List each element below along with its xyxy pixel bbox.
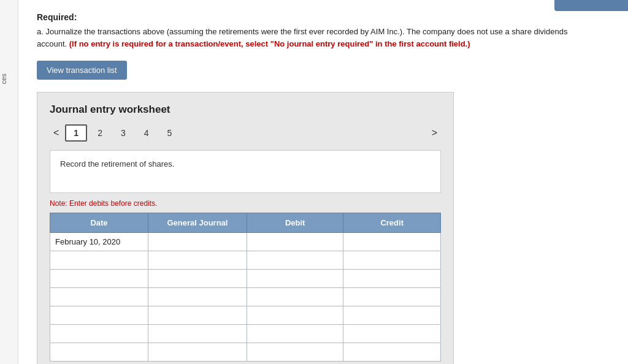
- credit-cell-1[interactable]: [343, 251, 441, 270]
- table-row: [50, 306, 441, 325]
- instruction-text: Record the retirement of shares.: [60, 159, 174, 169]
- journal-cell-6[interactable]: [148, 343, 247, 362]
- note-text: Note: Enter debits before credits.: [50, 199, 441, 208]
- col-header-journal: General Journal: [148, 213, 247, 233]
- required-title: Required:: [37, 12, 597, 22]
- journal-cell-5[interactable]: [148, 325, 247, 343]
- debit-input-0[interactable]: [247, 233, 343, 251]
- credit-input-4[interactable]: [343, 306, 440, 324]
- journal-cell-2[interactable]: [148, 270, 247, 288]
- credit-input-6[interactable]: [343, 343, 440, 361]
- debit-input-5[interactable]: [247, 325, 343, 343]
- date-cell-4: [50, 306, 148, 325]
- journal-input-1[interactable]: [148, 251, 247, 269]
- view-transaction-button[interactable]: View transaction list: [37, 61, 127, 80]
- journal-input-6[interactable]: [148, 343, 247, 361]
- table-row: [50, 270, 441, 288]
- journal-input-0[interactable]: [148, 233, 247, 251]
- debit-input-3[interactable]: [247, 288, 343, 306]
- worksheet-title: Journal entry worksheet: [50, 104, 441, 116]
- credit-cell-3[interactable]: [343, 288, 441, 306]
- tab-prev-button[interactable]: <: [50, 127, 63, 138]
- debit-cell-6[interactable]: [247, 343, 343, 362]
- debit-cell-2[interactable]: [247, 270, 343, 288]
- tab-3[interactable]: 3: [113, 125, 134, 141]
- debit-input-6[interactable]: [247, 343, 343, 361]
- debit-cell-4[interactable]: [247, 306, 343, 325]
- view-transaction-btn-wrapper: View transaction list: [37, 61, 610, 80]
- credit-input-1[interactable]: [343, 251, 440, 269]
- table-row: [50, 343, 441, 362]
- debit-cell-0[interactable]: [247, 233, 343, 251]
- journal-cell-4[interactable]: [148, 306, 247, 325]
- journal-input-5[interactable]: [148, 325, 247, 343]
- journal-input-4[interactable]: [148, 306, 247, 324]
- sidebar-label: ces: [0, 74, 18, 84]
- tab-5[interactable]: 5: [159, 125, 180, 141]
- tab-next-button[interactable]: >: [428, 127, 441, 138]
- journal-input-2[interactable]: [148, 270, 247, 287]
- tab-1[interactable]: 1: [65, 124, 87, 142]
- col-header-credit: Credit: [343, 213, 441, 233]
- col-header-debit: Debit: [247, 213, 343, 233]
- debit-input-2[interactable]: [247, 270, 343, 287]
- table-row: [50, 251, 441, 270]
- journal-cell-0[interactable]: [148, 233, 247, 251]
- debit-input-1[interactable]: [247, 251, 343, 269]
- journal-input-3[interactable]: [148, 288, 247, 306]
- date-cell-0: February 10, 2020: [50, 233, 148, 251]
- journal-table: Date General Journal Debit Credit Februa…: [50, 213, 441, 362]
- sidebar-strip: ces: [0, 0, 18, 364]
- tab-4[interactable]: 4: [136, 125, 157, 141]
- date-cell-5: [50, 325, 148, 343]
- debit-cell-3[interactable]: [247, 288, 343, 306]
- top-accent-bar: [554, 0, 628, 11]
- credit-cell-6[interactable]: [343, 343, 441, 362]
- credit-cell-4[interactable]: [343, 306, 441, 325]
- journal-cell-1[interactable]: [148, 251, 247, 270]
- date-cell-1: [50, 251, 148, 270]
- table-row: [50, 288, 441, 306]
- journal-cell-3[interactable]: [148, 288, 247, 306]
- debit-input-4[interactable]: [247, 306, 343, 324]
- debit-cell-5[interactable]: [247, 325, 343, 343]
- table-row: February 10, 2020: [50, 233, 441, 251]
- credit-input-0[interactable]: [343, 233, 440, 251]
- credit-input-3[interactable]: [343, 288, 440, 306]
- col-header-date: Date: [50, 213, 148, 233]
- credit-cell-2[interactable]: [343, 270, 441, 288]
- credit-input-2[interactable]: [343, 270, 440, 287]
- credit-input-5[interactable]: [343, 325, 440, 343]
- required-body-highlight: (If no entry is required for a transacti…: [69, 39, 470, 48]
- instruction-box: Record the retirement of shares.: [50, 150, 441, 193]
- date-cell-6: [50, 343, 148, 362]
- tabs-row: < 1 2 3 4 5 >: [50, 124, 441, 142]
- date-cell-3: [50, 288, 148, 306]
- required-section: Required: a. Journalize the transactions…: [37, 12, 610, 50]
- debit-cell-1[interactable]: [247, 251, 343, 270]
- table-row: [50, 325, 441, 343]
- date-cell-2: [50, 270, 148, 288]
- credit-cell-5[interactable]: [343, 325, 441, 343]
- credit-cell-0[interactable]: [343, 233, 441, 251]
- worksheet-container: Journal entry worksheet < 1 2 3 4 5 > Re…: [37, 92, 454, 364]
- tab-2[interactable]: 2: [90, 125, 110, 141]
- required-body: a. Journalize the transactions above (as…: [37, 26, 597, 50]
